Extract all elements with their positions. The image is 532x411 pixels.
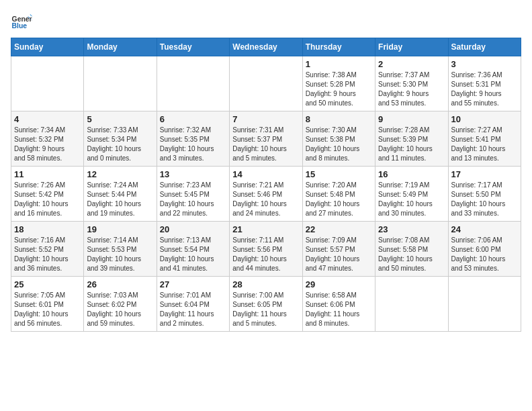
day-cell: 12Sunrise: 7:24 AM Sunset: 5:44 PM Dayli… [84,167,157,222]
weekday-header-monday: Monday [84,38,157,56]
day-number: 29 [306,279,372,289]
day-info: Sunrise: 7:03 AM Sunset: 6:02 PM Dayligh… [87,291,153,328]
day-cell: 19Sunrise: 7:14 AM Sunset: 5:53 PM Dayli… [84,222,157,277]
day-number: 22 [306,224,372,234]
calendar: SundayMondayTuesdayWednesdayThursdayFrid… [11,38,521,332]
day-cell: 25Sunrise: 7:05 AM Sunset: 6:01 PM Dayli… [11,277,84,332]
day-number: 11 [14,169,81,179]
day-info: Sunrise: 7:31 AM Sunset: 5:37 PM Dayligh… [232,126,299,163]
day-number: 15 [306,169,372,179]
weekday-header-tuesday: Tuesday [157,38,229,56]
week-row-0: 1Sunrise: 7:38 AM Sunset: 5:28 PM Daylig… [11,56,521,111]
week-row-4: 25Sunrise: 7:05 AM Sunset: 6:01 PM Dayli… [11,277,521,332]
day-number: 7 [232,114,299,124]
logo: General Blue [11,11,35,32]
day-number: 12 [87,169,153,179]
day-info: Sunrise: 7:33 AM Sunset: 5:34 PM Dayligh… [87,126,153,163]
day-info: Sunrise: 7:00 AM Sunset: 6:05 PM Dayligh… [232,291,299,328]
day-number: 13 [160,169,226,179]
day-cell: 14Sunrise: 7:21 AM Sunset: 5:46 PM Dayli… [230,167,302,222]
weekday-header-friday: Friday [375,38,448,56]
day-info: Sunrise: 7:16 AM Sunset: 5:52 PM Dayligh… [14,236,81,273]
day-info: Sunrise: 7:37 AM Sunset: 5:30 PM Dayligh… [378,71,445,108]
day-info: Sunrise: 7:14 AM Sunset: 5:53 PM Dayligh… [87,236,153,273]
header: General Blue [11,11,521,32]
weekday-header-sunday: Sunday [11,38,84,56]
week-row-3: 18Sunrise: 7:16 AM Sunset: 5:52 PM Dayli… [11,222,521,277]
day-cell: 5Sunrise: 7:33 AM Sunset: 5:34 PM Daylig… [84,111,157,167]
day-cell: 1Sunrise: 7:38 AM Sunset: 5:28 PM Daylig… [302,56,375,111]
weekday-header-row: SundayMondayTuesdayWednesdayThursdayFrid… [11,38,521,56]
day-info: Sunrise: 7:19 AM Sunset: 5:49 PM Dayligh… [378,181,445,218]
day-info: Sunrise: 7:34 AM Sunset: 5:32 PM Dayligh… [14,126,81,163]
day-info: Sunrise: 7:36 AM Sunset: 5:31 PM Dayligh… [451,71,518,108]
day-number: 9 [378,114,445,124]
day-cell: 15Sunrise: 7:20 AM Sunset: 5:48 PM Dayli… [302,167,375,222]
day-cell [448,277,521,332]
day-cell: 10Sunrise: 7:27 AM Sunset: 5:41 PM Dayli… [448,111,521,167]
day-cell: 18Sunrise: 7:16 AM Sunset: 5:52 PM Dayli… [11,222,84,277]
day-info: Sunrise: 7:17 AM Sunset: 5:50 PM Dayligh… [451,181,518,218]
day-cell: 24Sunrise: 7:06 AM Sunset: 6:00 PM Dayli… [448,222,521,277]
day-info: Sunrise: 7:11 AM Sunset: 5:56 PM Dayligh… [232,236,299,273]
day-cell [11,56,84,111]
weekday-header-thursday: Thursday [302,38,375,56]
day-cell: 26Sunrise: 7:03 AM Sunset: 6:02 PM Dayli… [84,277,157,332]
day-cell: 13Sunrise: 7:23 AM Sunset: 5:45 PM Dayli… [157,167,229,222]
day-cell: 9Sunrise: 7:28 AM Sunset: 5:39 PM Daylig… [375,111,448,167]
day-info: Sunrise: 7:26 AM Sunset: 5:42 PM Dayligh… [14,181,81,218]
weekday-header-saturday: Saturday [448,38,521,56]
day-info: Sunrise: 7:05 AM Sunset: 6:01 PM Dayligh… [14,291,81,328]
svg-text:General: General [12,15,32,23]
day-info: Sunrise: 7:30 AM Sunset: 5:38 PM Dayligh… [306,126,372,163]
day-number: 17 [451,169,518,179]
day-number: 4 [14,114,81,124]
day-cell: 3Sunrise: 7:36 AM Sunset: 5:31 PM Daylig… [448,56,521,111]
day-info: Sunrise: 7:28 AM Sunset: 5:39 PM Dayligh… [378,126,445,163]
week-row-1: 4Sunrise: 7:34 AM Sunset: 5:32 PM Daylig… [11,111,521,167]
logo-icon: General Blue [11,11,32,32]
day-number: 20 [160,224,226,234]
day-number: 19 [87,224,153,234]
day-cell [84,56,157,111]
day-number: 2 [378,59,445,69]
day-number: 5 [87,114,153,124]
day-number: 24 [451,224,518,234]
day-cell: 17Sunrise: 7:17 AM Sunset: 5:50 PM Dayli… [448,167,521,222]
day-cell: 22Sunrise: 7:09 AM Sunset: 5:57 PM Dayli… [302,222,375,277]
day-info: Sunrise: 7:24 AM Sunset: 5:44 PM Dayligh… [87,181,153,218]
day-cell: 4Sunrise: 7:34 AM Sunset: 5:32 PM Daylig… [11,111,84,167]
day-number: 14 [232,169,299,179]
day-number: 3 [451,59,518,69]
day-number: 16 [378,169,445,179]
day-number: 1 [306,59,372,69]
day-cell: 20Sunrise: 7:13 AM Sunset: 5:54 PM Dayli… [157,222,229,277]
day-info: Sunrise: 7:23 AM Sunset: 5:45 PM Dayligh… [160,181,226,218]
day-info: Sunrise: 6:58 AM Sunset: 6:06 PM Dayligh… [306,291,372,328]
day-cell: 7Sunrise: 7:31 AM Sunset: 5:37 PM Daylig… [230,111,302,167]
day-cell: 28Sunrise: 7:00 AM Sunset: 6:05 PM Dayli… [230,277,302,332]
day-cell: 21Sunrise: 7:11 AM Sunset: 5:56 PM Dayli… [230,222,302,277]
day-cell: 11Sunrise: 7:26 AM Sunset: 5:42 PM Dayli… [11,167,84,222]
weekday-header-wednesday: Wednesday [230,38,302,56]
day-cell: 29Sunrise: 6:58 AM Sunset: 6:06 PM Dayli… [302,277,375,332]
week-row-2: 11Sunrise: 7:26 AM Sunset: 5:42 PM Dayli… [11,167,521,222]
day-cell: 2Sunrise: 7:37 AM Sunset: 5:30 PM Daylig… [375,56,448,111]
day-number: 21 [232,224,299,234]
day-cell: 8Sunrise: 7:30 AM Sunset: 5:38 PM Daylig… [302,111,375,167]
day-info: Sunrise: 7:27 AM Sunset: 5:41 PM Dayligh… [451,126,518,163]
day-number: 27 [160,279,226,289]
day-number: 6 [160,114,226,124]
day-cell: 16Sunrise: 7:19 AM Sunset: 5:49 PM Dayli… [375,167,448,222]
day-number: 23 [378,224,445,234]
day-number: 28 [232,279,299,289]
day-info: Sunrise: 7:06 AM Sunset: 6:00 PM Dayligh… [451,236,518,273]
day-cell: 23Sunrise: 7:08 AM Sunset: 5:58 PM Dayli… [375,222,448,277]
day-cell [157,56,229,111]
day-number: 8 [306,114,372,124]
day-cell: 6Sunrise: 7:32 AM Sunset: 5:35 PM Daylig… [157,111,229,167]
day-info: Sunrise: 7:09 AM Sunset: 5:57 PM Dayligh… [306,236,372,273]
day-number: 26 [87,279,153,289]
day-info: Sunrise: 7:38 AM Sunset: 5:28 PM Dayligh… [306,71,372,108]
day-info: Sunrise: 7:08 AM Sunset: 5:58 PM Dayligh… [378,236,445,273]
